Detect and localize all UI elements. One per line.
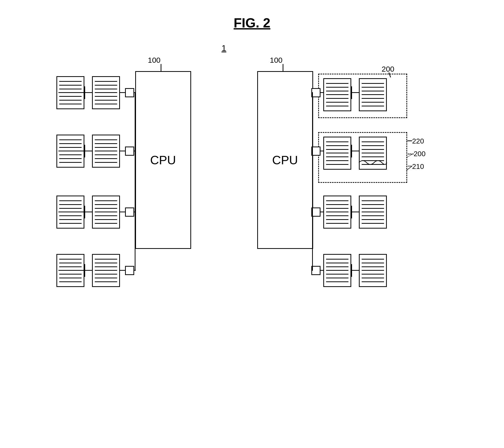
cpu-left-block: CPU [135, 71, 191, 249]
mem-l4-inner [92, 254, 120, 287]
hline [58, 212, 92, 212]
diagram-container: 1 CPU 100 CPU 100 [36, 51, 468, 432]
arrow-line-right-cpu [283, 64, 283, 72]
mem-lines [95, 257, 117, 284]
mem-lines [362, 82, 384, 108]
connector-l4 [125, 266, 134, 275]
vbus-left-bot [135, 212, 135, 271]
mem-lines [95, 199, 117, 225]
mem-lines [362, 199, 384, 225]
hline [320, 212, 324, 212]
vline [351, 206, 352, 218]
hline [58, 92, 92, 93]
mem-l2-inner [92, 135, 120, 168]
cpu-right-ref: 100 [270, 56, 283, 65]
vline [351, 264, 352, 277]
mem-r4-outer [359, 254, 387, 287]
vbus-left-top [135, 92, 135, 151]
mem-lines [362, 257, 384, 284]
mem-r4-inner [323, 254, 351, 287]
mem-r2-inner [323, 137, 351, 170]
mem-r1-outer [359, 78, 387, 111]
hline [120, 270, 126, 271]
hline [58, 270, 92, 271]
connector-l1 [125, 88, 134, 97]
hline [351, 92, 359, 93]
mem-l1-inner [92, 76, 120, 109]
mem-l3-inner [92, 196, 120, 229]
hline [120, 92, 126, 93]
vline [351, 145, 352, 157]
hline [120, 151, 126, 151]
mem-r3-inner [323, 196, 351, 229]
label-200-top: 200 [382, 65, 394, 73]
mem-lines [326, 199, 348, 225]
vbus-right-mid [312, 151, 313, 212]
vbus-left-mid [135, 151, 135, 212]
mem-lines [326, 257, 348, 284]
hline [320, 92, 324, 93]
connector-l3 [125, 207, 134, 217]
hline [351, 212, 359, 212]
cpu-right-label: CPU [272, 153, 298, 167]
mem-r3-outer [359, 196, 387, 229]
svg-line-3 [407, 166, 412, 170]
hline [351, 270, 359, 271]
hline [58, 151, 92, 151]
cpu-left-ref: 100 [148, 56, 161, 65]
label-lines-svg [379, 127, 430, 185]
vline [84, 145, 85, 157]
cpu-left-label: CPU [150, 153, 176, 167]
mem-lines [326, 140, 348, 166]
page-title: FIG. 2 [0, 15, 504, 30]
hline [120, 212, 126, 212]
arrow-line-left-cpu [161, 64, 161, 72]
hline [320, 151, 324, 151]
mem-lines [95, 138, 117, 164]
hline [351, 151, 359, 151]
vbus-right-bot [312, 212, 313, 271]
system-ref-label: 1 [222, 43, 226, 53]
hline [320, 270, 324, 271]
vline [84, 206, 85, 218]
vline [351, 86, 352, 99]
mem-lines [326, 82, 348, 108]
cpu-right-block: CPU [257, 71, 313, 249]
mem-lines [95, 79, 117, 106]
connector-l2 [125, 147, 134, 156]
vline [84, 264, 85, 277]
vbus-right-top [312, 92, 313, 151]
mem-r1-inner [323, 78, 351, 111]
svg-line-2 [407, 154, 413, 157]
